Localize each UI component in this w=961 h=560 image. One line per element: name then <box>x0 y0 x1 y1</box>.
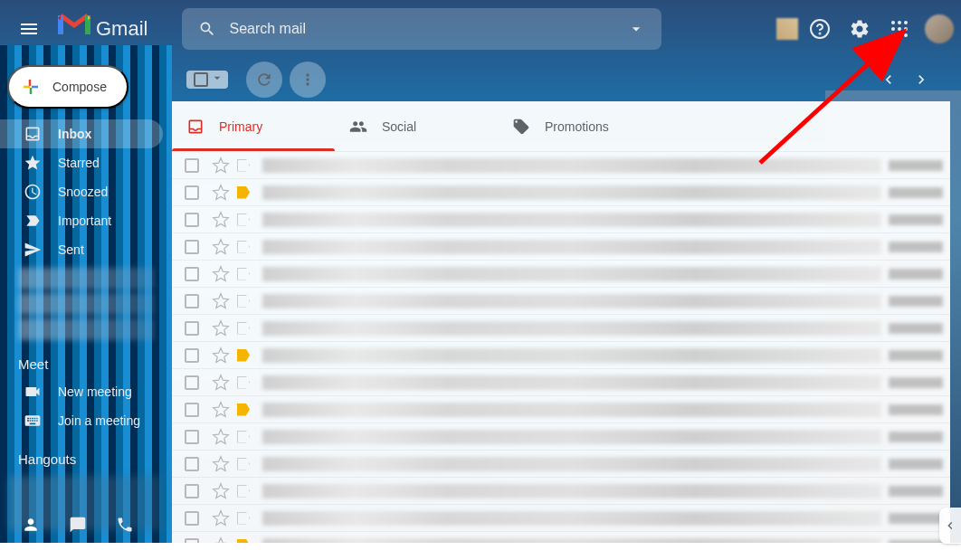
mail-row[interactable] <box>172 233 950 261</box>
star-icon[interactable] <box>212 292 230 310</box>
next-page-button[interactable] <box>907 65 936 94</box>
prev-page-button[interactable] <box>874 65 903 94</box>
importance-marker[interactable] <box>237 376 250 389</box>
star-icon[interactable] <box>212 401 230 419</box>
mail-row[interactable] <box>172 478 950 505</box>
svg-point-3 <box>898 21 901 24</box>
star-icon[interactable] <box>212 346 230 365</box>
star-icon[interactable] <box>212 184 230 202</box>
hangouts-phone-tab[interactable] <box>112 512 138 537</box>
mail-checkbox[interactable] <box>185 375 199 390</box>
apps-button[interactable] <box>881 11 918 47</box>
settings-button[interactable] <box>842 11 878 47</box>
sidebar-item-redacted[interactable] <box>18 268 154 289</box>
mail-row[interactable] <box>172 206 950 233</box>
importance-marker[interactable] <box>237 322 250 335</box>
refresh-button[interactable] <box>246 62 282 98</box>
star-icon[interactable] <box>212 428 230 446</box>
sidebar-item-snoozed[interactable]: Snoozed <box>0 177 163 206</box>
mail-row[interactable] <box>172 532 950 543</box>
mail-row[interactable] <box>172 396 950 423</box>
mail-row[interactable] <box>172 261 950 288</box>
importance-marker[interactable] <box>237 431 250 443</box>
tab-social[interactable]: Social <box>335 101 498 151</box>
importance-marker[interactable] <box>237 268 250 280</box>
mail-row[interactable] <box>172 179 950 206</box>
search-options-button[interactable] <box>618 11 654 47</box>
mail-checkbox[interactable] <box>185 457 199 471</box>
importance-marker[interactable] <box>237 403 250 416</box>
account-avatar[interactable] <box>925 14 954 43</box>
select-all-button[interactable] <box>186 71 228 89</box>
importance-marker[interactable] <box>237 349 250 362</box>
mail-checkbox[interactable] <box>185 430 199 444</box>
mail-row[interactable] <box>172 451 950 478</box>
mail-row[interactable] <box>172 423 950 451</box>
mail-checkbox[interactable] <box>185 538 199 544</box>
tab-primary[interactable]: Primary <box>172 101 335 151</box>
mail-checkbox[interactable] <box>185 321 199 336</box>
star-icon[interactable] <box>212 211 230 229</box>
mail-checkbox[interactable] <box>185 484 199 498</box>
support-button[interactable] <box>802 11 838 47</box>
svg-point-10 <box>904 33 908 37</box>
mail-row[interactable] <box>172 505 950 532</box>
mail-checkbox[interactable] <box>185 267 199 281</box>
search-icon[interactable] <box>189 11 225 47</box>
mail-row[interactable] <box>172 369 950 396</box>
mail-row[interactable] <box>172 288 950 315</box>
star-icon[interactable] <box>212 509 230 527</box>
sidebar-item-redacted[interactable] <box>18 318 154 340</box>
tab-promotions[interactable]: Promotions <box>498 101 661 151</box>
mail-checkbox[interactable] <box>185 348 199 363</box>
new-meeting-button[interactable]: New meeting <box>0 377 163 406</box>
mail-checkbox[interactable] <box>185 403 199 417</box>
meet-label: Join a meeting <box>58 413 140 428</box>
compose-button[interactable]: Compose <box>7 65 128 109</box>
hangouts-contacts-tab[interactable] <box>18 512 43 537</box>
mail-checkbox[interactable] <box>185 158 199 173</box>
hangouts-chats-tab[interactable] <box>65 512 90 537</box>
nav-label: Important <box>58 214 111 228</box>
mail-checkbox[interactable] <box>185 511 199 526</box>
importance-marker[interactable] <box>237 458 250 470</box>
star-icon[interactable] <box>212 265 230 283</box>
mail-panel: Primary Social Promotions <box>172 101 950 543</box>
important-icon <box>24 212 42 230</box>
star-icon[interactable] <box>212 455 230 473</box>
star-icon[interactable] <box>212 482 230 500</box>
star-icon[interactable] <box>212 319 230 337</box>
more-button[interactable] <box>290 62 326 98</box>
sidebar-item-sent[interactable]: Sent <box>0 235 163 264</box>
side-panel-toggle[interactable] <box>939 508 961 544</box>
importance-marker[interactable] <box>237 241 250 253</box>
star-icon[interactable] <box>212 238 230 256</box>
gmail-logo[interactable]: Gmail <box>58 13 147 45</box>
star-icon[interactable] <box>212 374 230 392</box>
sidebar-item-important[interactable]: Important <box>0 206 163 235</box>
star-icon[interactable] <box>212 536 230 544</box>
join-meeting-button[interactable]: Join a meeting <box>0 406 163 435</box>
star-icon[interactable] <box>212 157 230 175</box>
status-indicator[interactable] <box>776 18 798 40</box>
sidebar-item-redacted[interactable] <box>18 293 154 315</box>
importance-marker[interactable] <box>237 214 250 226</box>
mail-checkbox[interactable] <box>185 185 199 200</box>
importance-marker[interactable] <box>237 539 250 544</box>
importance-marker[interactable] <box>237 512 250 525</box>
mail-checkbox[interactable] <box>185 294 199 308</box>
importance-marker[interactable] <box>237 186 250 199</box>
importance-marker[interactable] <box>237 485 250 498</box>
mail-checkbox[interactable] <box>185 240 199 254</box>
search-input[interactable] <box>225 21 618 37</box>
mail-row[interactable] <box>172 342 950 369</box>
mail-row[interactable] <box>172 152 950 179</box>
importance-marker[interactable] <box>237 159 250 172</box>
mail-checkbox[interactable] <box>185 213 199 227</box>
sidebar-item-starred[interactable]: Starred <box>0 148 163 177</box>
mail-row[interactable] <box>172 315 950 342</box>
main-menu-button[interactable] <box>7 7 51 51</box>
importance-marker[interactable] <box>237 295 250 308</box>
sidebar-item-inbox[interactable]: Inbox <box>0 119 163 148</box>
mail-content-redacted <box>262 158 881 173</box>
